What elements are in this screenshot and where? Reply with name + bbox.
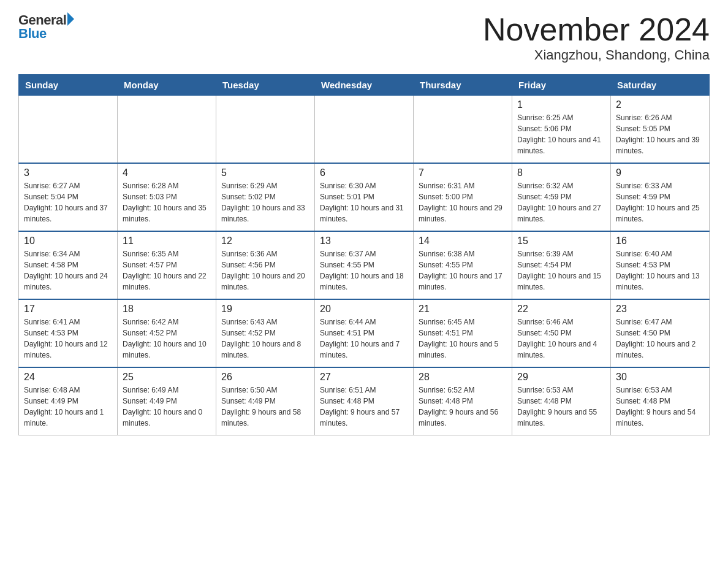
- calendar-weekday-header: Thursday: [414, 75, 512, 96]
- calendar-day-cell: 13Sunrise: 6:37 AMSunset: 4:55 PMDayligh…: [315, 231, 414, 299]
- day-info: Sunrise: 6:37 AMSunset: 4:55 PMDaylight:…: [320, 248, 408, 293]
- day-info: Sunrise: 6:33 AMSunset: 4:59 PMDaylight:…: [616, 180, 704, 224]
- logo: General Blue: [18, 12, 74, 42]
- day-info: Sunrise: 6:39 AMSunset: 4:54 PMDaylight:…: [517, 248, 605, 293]
- day-number: 28: [419, 372, 507, 383]
- calendar-day-cell: 18Sunrise: 6:42 AMSunset: 4:52 PMDayligh…: [118, 299, 216, 367]
- calendar-week-row: 24Sunrise: 6:48 AMSunset: 4:49 PMDayligh…: [19, 367, 710, 435]
- day-info: Sunrise: 6:53 AMSunset: 4:48 PMDaylight:…: [616, 385, 704, 429]
- calendar-day-cell: [315, 96, 414, 164]
- calendar-day-cell: 6Sunrise: 6:30 AMSunset: 5:01 PMDaylight…: [315, 163, 414, 231]
- calendar-day-cell: 28Sunrise: 6:52 AMSunset: 4:48 PMDayligh…: [414, 367, 512, 435]
- calendar-day-cell: 15Sunrise: 6:39 AMSunset: 4:54 PMDayligh…: [512, 231, 611, 299]
- calendar-day-cell: 21Sunrise: 6:45 AMSunset: 4:51 PMDayligh…: [414, 299, 512, 367]
- day-info: Sunrise: 6:40 AMSunset: 4:53 PMDaylight:…: [616, 248, 704, 293]
- page-header: General Blue November 2024 Xiangzhou, Sh…: [18, 12, 710, 63]
- calendar-day-cell: 4Sunrise: 6:28 AMSunset: 5:03 PMDaylight…: [118, 163, 216, 231]
- calendar-day-cell: 19Sunrise: 6:43 AMSunset: 4:52 PMDayligh…: [216, 299, 315, 367]
- calendar-day-cell: 26Sunrise: 6:50 AMSunset: 4:49 PMDayligh…: [216, 367, 315, 435]
- calendar-day-cell: 16Sunrise: 6:40 AMSunset: 4:53 PMDayligh…: [611, 231, 710, 299]
- calendar-day-cell: [118, 96, 216, 164]
- calendar-day-cell: 1Sunrise: 6:25 AMSunset: 5:06 PMDaylight…: [512, 96, 611, 164]
- day-info: Sunrise: 6:25 AMSunset: 5:06 PMDaylight:…: [517, 112, 605, 156]
- day-number: 26: [221, 372, 309, 383]
- calendar-day-cell: 2Sunrise: 6:26 AMSunset: 5:05 PMDaylight…: [611, 96, 710, 164]
- day-info: Sunrise: 6:44 AMSunset: 4:51 PMDaylight:…: [320, 316, 408, 361]
- calendar-weekday-header: Monday: [118, 75, 216, 96]
- calendar-weekday-header: Wednesday: [315, 75, 414, 96]
- calendar-day-cell: 25Sunrise: 6:49 AMSunset: 4:49 PMDayligh…: [118, 367, 216, 435]
- calendar-table: SundayMondayTuesdayWednesdayThursdayFrid…: [18, 74, 710, 435]
- location-title: Xiangzhou, Shandong, China: [483, 47, 710, 63]
- day-number: 27: [320, 372, 408, 383]
- calendar-week-row: 3Sunrise: 6:27 AMSunset: 5:04 PMDaylight…: [19, 163, 710, 231]
- day-info: Sunrise: 6:45 AMSunset: 4:51 PMDaylight:…: [419, 316, 507, 361]
- calendar-day-cell: 9Sunrise: 6:33 AMSunset: 4:59 PMDaylight…: [611, 163, 710, 231]
- calendar-weekday-header: Tuesday: [216, 75, 315, 96]
- day-number: 8: [517, 167, 605, 178]
- calendar-day-cell: 17Sunrise: 6:41 AMSunset: 4:53 PMDayligh…: [19, 299, 118, 367]
- calendar-day-cell: 27Sunrise: 6:51 AMSunset: 4:48 PMDayligh…: [315, 367, 414, 435]
- calendar-weekday-header: Saturday: [611, 75, 710, 96]
- day-info: Sunrise: 6:28 AMSunset: 5:03 PMDaylight:…: [123, 180, 211, 224]
- day-number: 2: [616, 99, 704, 110]
- calendar-day-cell: 22Sunrise: 6:46 AMSunset: 4:50 PMDayligh…: [512, 299, 611, 367]
- day-number: 4: [123, 167, 211, 178]
- day-number: 22: [517, 304, 605, 315]
- day-number: 20: [320, 304, 408, 315]
- day-info: Sunrise: 6:36 AMSunset: 4:56 PMDaylight:…: [221, 248, 309, 293]
- calendar-day-cell: [414, 96, 512, 164]
- day-info: Sunrise: 6:31 AMSunset: 5:00 PMDaylight:…: [419, 180, 507, 224]
- calendar-day-cell: 5Sunrise: 6:29 AMSunset: 5:02 PMDaylight…: [216, 163, 315, 231]
- calendar-week-row: 1Sunrise: 6:25 AMSunset: 5:06 PMDaylight…: [19, 96, 710, 164]
- calendar-day-cell: 7Sunrise: 6:31 AMSunset: 5:00 PMDaylight…: [414, 163, 512, 231]
- day-number: 6: [320, 167, 408, 178]
- month-title: November 2024: [483, 12, 710, 47]
- day-info: Sunrise: 6:34 AMSunset: 4:58 PMDaylight:…: [24, 248, 112, 293]
- day-info: Sunrise: 6:50 AMSunset: 4:49 PMDaylight:…: [221, 385, 309, 429]
- day-number: 3: [24, 167, 112, 178]
- day-info: Sunrise: 6:42 AMSunset: 4:52 PMDaylight:…: [123, 316, 211, 361]
- calendar-weekday-header: Friday: [512, 75, 611, 96]
- day-info: Sunrise: 6:30 AMSunset: 5:01 PMDaylight:…: [320, 180, 408, 224]
- calendar-day-cell: 8Sunrise: 6:32 AMSunset: 4:59 PMDaylight…: [512, 163, 611, 231]
- day-number: 30: [616, 372, 704, 383]
- day-number: 14: [419, 236, 507, 247]
- day-info: Sunrise: 6:32 AMSunset: 4:59 PMDaylight:…: [517, 180, 605, 224]
- calendar-day-cell: 30Sunrise: 6:53 AMSunset: 4:48 PMDayligh…: [611, 367, 710, 435]
- day-number: 21: [419, 304, 507, 315]
- day-info: Sunrise: 6:35 AMSunset: 4:57 PMDaylight:…: [123, 248, 211, 293]
- calendar-day-cell: 10Sunrise: 6:34 AMSunset: 4:58 PMDayligh…: [19, 231, 118, 299]
- day-number: 10: [24, 236, 112, 247]
- day-number: 19: [221, 304, 309, 315]
- day-number: 25: [123, 372, 211, 383]
- calendar-day-cell: [19, 96, 118, 164]
- calendar-week-row: 10Sunrise: 6:34 AMSunset: 4:58 PMDayligh…: [19, 231, 710, 299]
- calendar-day-cell: 29Sunrise: 6:53 AMSunset: 4:48 PMDayligh…: [512, 367, 611, 435]
- day-number: 11: [123, 236, 211, 247]
- day-info: Sunrise: 6:47 AMSunset: 4:50 PMDaylight:…: [616, 316, 704, 361]
- day-number: 12: [221, 236, 309, 247]
- day-number: 29: [517, 372, 605, 383]
- calendar-day-cell: 14Sunrise: 6:38 AMSunset: 4:55 PMDayligh…: [414, 231, 512, 299]
- calendar-day-cell: 3Sunrise: 6:27 AMSunset: 5:04 PMDaylight…: [19, 163, 118, 231]
- calendar-day-cell: 20Sunrise: 6:44 AMSunset: 4:51 PMDayligh…: [315, 299, 414, 367]
- calendar-day-cell: 24Sunrise: 6:48 AMSunset: 4:49 PMDayligh…: [19, 367, 118, 435]
- day-info: Sunrise: 6:38 AMSunset: 4:55 PMDaylight:…: [419, 248, 507, 293]
- day-info: Sunrise: 6:29 AMSunset: 5:02 PMDaylight:…: [221, 180, 309, 224]
- day-info: Sunrise: 6:53 AMSunset: 4:48 PMDaylight:…: [517, 385, 605, 429]
- logo-blue-text: Blue: [18, 26, 47, 42]
- day-number: 24: [24, 372, 112, 383]
- calendar-day-cell: 11Sunrise: 6:35 AMSunset: 4:57 PMDayligh…: [118, 231, 216, 299]
- day-info: Sunrise: 6:46 AMSunset: 4:50 PMDaylight:…: [517, 316, 605, 361]
- day-info: Sunrise: 6:27 AMSunset: 5:04 PMDaylight:…: [24, 180, 112, 224]
- day-number: 18: [123, 304, 211, 315]
- calendar-day-cell: 12Sunrise: 6:36 AMSunset: 4:56 PMDayligh…: [216, 231, 315, 299]
- day-number: 16: [616, 236, 704, 247]
- day-info: Sunrise: 6:41 AMSunset: 4:53 PMDaylight:…: [24, 316, 112, 361]
- day-info: Sunrise: 6:43 AMSunset: 4:52 PMDaylight:…: [221, 316, 309, 361]
- day-info: Sunrise: 6:48 AMSunset: 4:49 PMDaylight:…: [24, 385, 112, 429]
- day-number: 13: [320, 236, 408, 247]
- day-number: 7: [419, 167, 507, 178]
- day-number: 5: [221, 167, 309, 178]
